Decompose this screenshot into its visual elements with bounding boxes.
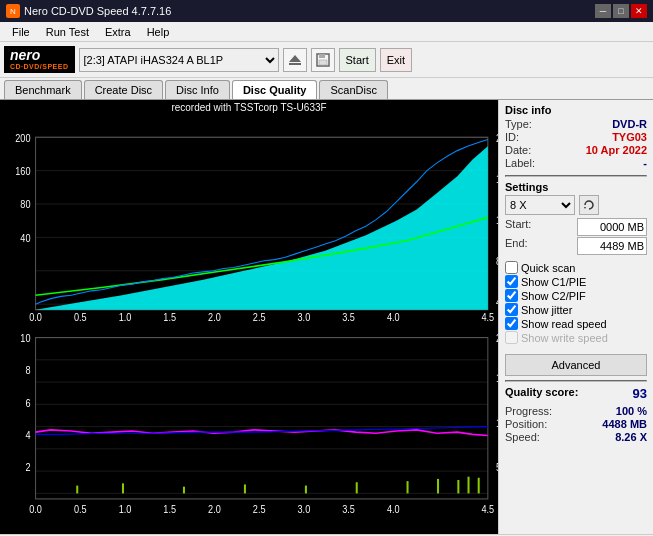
nero-logo: nero CD·DVD/SPEED — [4, 46, 75, 73]
menu-file[interactable]: File — [4, 24, 38, 40]
show-c1-checkbox[interactable] — [505, 275, 518, 288]
svg-rect-58 — [437, 479, 439, 493]
quality-value: 93 — [633, 386, 647, 401]
quick-scan-checkbox[interactable] — [505, 261, 518, 274]
disc-id-row: ID: TYG03 — [505, 131, 647, 143]
svg-rect-57 — [407, 481, 409, 493]
svg-text:20: 20 — [496, 333, 498, 344]
nero-brand: nero — [10, 48, 69, 63]
menu-extra[interactable]: Extra — [97, 24, 139, 40]
svg-text:3.0: 3.0 — [298, 504, 311, 515]
svg-text:2.5: 2.5 — [253, 504, 266, 515]
speed-value: 8.26 X — [615, 431, 647, 443]
position-value: 4488 MB — [602, 418, 647, 430]
svg-text:0.0: 0.0 — [29, 311, 42, 322]
svg-text:12: 12 — [496, 215, 498, 226]
tab-disc-quality[interactable]: Disc Quality — [232, 80, 318, 99]
tab-scan-disc[interactable]: ScanDisc — [319, 80, 387, 99]
show-jitter-checkbox[interactable] — [505, 303, 518, 316]
svg-text:3.5: 3.5 — [342, 504, 355, 515]
eject-icon[interactable] — [283, 48, 307, 72]
svg-rect-1 — [289, 63, 301, 65]
svg-rect-60 — [468, 477, 470, 494]
show-read-speed-checkbox[interactable] — [505, 317, 518, 330]
chart-area: recorded with TSSTcorp TS-U633F 200 160 … — [0, 100, 498, 534]
show-c2-label: Show C2/PIF — [521, 290, 586, 302]
show-c1-row: Show C1/PIE — [505, 275, 647, 288]
show-write-speed-row: Show write speed — [505, 331, 647, 344]
start-button[interactable]: Start — [339, 48, 376, 72]
svg-text:8: 8 — [496, 256, 498, 267]
svg-rect-51 — [76, 486, 78, 494]
svg-rect-52 — [122, 483, 124, 493]
svg-text:1.0: 1.0 — [119, 311, 132, 322]
svg-text:2: 2 — [25, 462, 30, 473]
progress-section: Progress: 100 % Position: 4488 MB Speed:… — [505, 405, 647, 443]
type-label: Type: — [505, 118, 532, 130]
svg-text:3.0: 3.0 — [298, 311, 311, 322]
svg-text:0.0: 0.0 — [29, 504, 42, 515]
svg-rect-4 — [319, 60, 327, 65]
menu-help[interactable]: Help — [139, 24, 178, 40]
disc-type-row: Type: DVD-R — [505, 118, 647, 130]
svg-text:200: 200 — [15, 132, 30, 143]
end-input[interactable] — [577, 237, 647, 255]
title-bar-left: N Nero CD-DVD Speed 4.7.7.16 — [6, 4, 171, 18]
right-panel: Disc info Type: DVD-R ID: TYG03 Date: 10… — [498, 100, 653, 534]
svg-text:6: 6 — [25, 397, 30, 408]
svg-text:4.0: 4.0 — [387, 504, 400, 515]
speed-selector[interactable]: 8 X Maximum 4 X 16 X — [505, 195, 575, 215]
advanced-button[interactable]: Advanced — [505, 354, 647, 376]
tab-disc-info[interactable]: Disc Info — [165, 80, 230, 99]
show-c2-row: Show C2/PIF — [505, 289, 647, 302]
menu-run-test[interactable]: Run Test — [38, 24, 97, 40]
show-jitter-label: Show jitter — [521, 304, 572, 316]
drive-selector[interactable]: [2:3] ATAPI iHAS324 A BL1P — [79, 48, 279, 72]
svg-text:1.5: 1.5 — [163, 311, 176, 322]
svg-text:4.5: 4.5 — [481, 311, 494, 322]
tab-benchmark[interactable]: Benchmark — [4, 80, 82, 99]
minimize-button[interactable]: ─ — [595, 4, 611, 18]
svg-text:4: 4 — [496, 297, 498, 308]
svg-rect-56 — [356, 482, 358, 493]
start-row: Start: — [505, 218, 647, 236]
tab-create-disc[interactable]: Create Disc — [84, 80, 163, 99]
title-bar: N Nero CD-DVD Speed 4.7.7.16 ─ □ ✕ — [0, 0, 653, 22]
svg-text:4: 4 — [25, 429, 31, 440]
show-write-speed-checkbox[interactable] — [505, 331, 518, 344]
position-row: Position: 4488 MB — [505, 418, 647, 430]
svg-text:160: 160 — [15, 166, 30, 177]
exit-button[interactable]: Exit — [380, 48, 412, 72]
svg-text:0.5: 0.5 — [74, 311, 87, 322]
show-c1-label: Show C1/PIE — [521, 276, 586, 288]
refresh-icon[interactable] — [579, 195, 599, 215]
svg-text:2.0: 2.0 — [208, 504, 221, 515]
svg-text:2.5: 2.5 — [253, 311, 266, 322]
window-controls: ─ □ ✕ — [595, 4, 647, 18]
settings-section: Settings 8 X Maximum 4 X 16 X Start: End… — [505, 181, 647, 255]
disc-info-title: Disc info — [505, 104, 647, 116]
save-icon[interactable] — [311, 48, 335, 72]
svg-text:3.5: 3.5 — [342, 311, 355, 322]
disc-date-row: Date: 10 Apr 2022 — [505, 144, 647, 156]
show-jitter-row: Show jitter — [505, 303, 647, 316]
disc-label-label: Label: — [505, 157, 535, 169]
menu-bar: File Run Test Extra Help — [0, 22, 653, 42]
svg-rect-59 — [457, 480, 459, 493]
svg-text:1.0: 1.0 — [119, 504, 132, 515]
cdspeed-brand: CD·DVD/SPEED — [10, 63, 69, 71]
quality-label: Quality score: — [505, 386, 578, 401]
svg-rect-54 — [244, 484, 246, 493]
close-button[interactable]: ✕ — [631, 4, 647, 18]
svg-marker-0 — [289, 55, 301, 62]
maximize-button[interactable]: □ — [613, 4, 629, 18]
checkboxes-section: Quick scan Show C1/PIE Show C2/PIF Show … — [505, 261, 647, 344]
speed-label: Speed: — [505, 431, 540, 443]
svg-text:80: 80 — [20, 199, 30, 210]
svg-text:2.0: 2.0 — [208, 311, 221, 322]
disc-label-value: - — [643, 157, 647, 169]
app-icon: N — [6, 4, 20, 18]
show-c2-checkbox[interactable] — [505, 289, 518, 302]
end-label: End: — [505, 237, 528, 255]
start-input[interactable] — [577, 218, 647, 236]
